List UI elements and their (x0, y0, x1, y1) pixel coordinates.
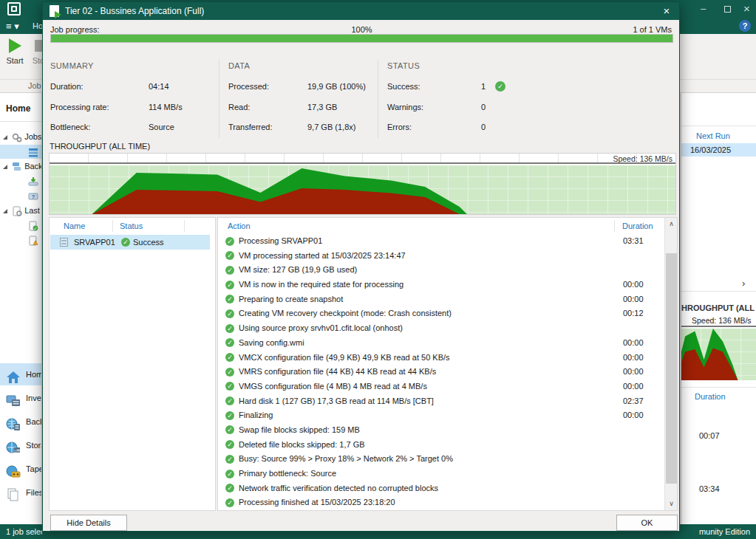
maximize-button[interactable] (724, 5, 731, 14)
action-text: Processing SRVAPP01 (239, 234, 322, 249)
tree-item-success-sessions[interactable]: ✓ (0, 219, 42, 233)
nav-storage-infrastructure[interactable]: Storage Infrastructure (0, 434, 42, 456)
action-row[interactable]: Processing SRVAPP01 03:31 (219, 234, 665, 249)
tree-item-selected-job[interactable] (0, 145, 42, 159)
mini-speed-band: Speed: 136 MB/s (681, 316, 756, 327)
action-row[interactable]: VMRS configuration file (44 KB) 44 KB re… (219, 365, 665, 380)
vm-col-status[interactable]: Status (120, 218, 143, 234)
vm-table: Name Status SRVAPP01 Success (49, 217, 216, 511)
nav-label: Inventory (26, 394, 42, 402)
action-success-icon (225, 237, 234, 246)
start-label: Start (2, 56, 27, 65)
mini-speed-label: Speed: 136 MB/s (692, 316, 752, 325)
hamburger-menu-icon[interactable]: ≡ ▾ (6, 21, 19, 32)
summary-bottleneck-label: Bottleneck: (50, 123, 90, 131)
scrollbar-thumb[interactable] (666, 253, 677, 484)
expander-icon[interactable] (3, 209, 7, 213)
nav-backup-infrastructure[interactable]: Backup Infrastructure (0, 411, 42, 433)
success-check-icon (495, 81, 505, 92)
action-success-icon (225, 498, 234, 507)
chart-plot-area (50, 165, 675, 214)
vm-col-name[interactable]: Name (64, 218, 85, 234)
action-row[interactable]: Processing finished at 15/03/2025 23:18:… (219, 495, 665, 510)
action-text: Swap file blocks skipped: 159 MB (239, 423, 360, 438)
duration-value-2: 03:34 (699, 484, 720, 493)
action-col-header[interactable]: Action (228, 218, 251, 234)
action-text: VMCX configuration file (49,9 KB) 49,9 K… (239, 351, 450, 365)
svg-text:?: ? (32, 193, 35, 200)
nav-home[interactable]: Home (0, 363, 42, 385)
action-row[interactable]: VMCX configuration file (49,9 KB) 49,9 K… (219, 351, 665, 365)
action-row[interactable]: Using source proxy srvhv01.cfit.local (o… (219, 321, 665, 336)
action-list-scrollbar[interactable]: ∧ ∨ (664, 218, 677, 510)
action-text: VM processing started at 15/03/2025 23:1… (239, 249, 406, 264)
action-duration: 03:31 (623, 234, 644, 249)
job-list-icon (28, 147, 38, 157)
duration-column-header[interactable]: Duration (695, 392, 726, 401)
action-success-icon (225, 295, 234, 303)
status-errors-value: 0 (481, 123, 486, 131)
action-success-icon (225, 440, 234, 449)
report-gear-icon (12, 206, 22, 216)
action-text: Processing finished at 15/03/2025 23:18:… (239, 495, 395, 510)
data-header: DATA (228, 61, 250, 70)
help-icon[interactable]: ? (739, 20, 751, 32)
mini-throughput-chart (681, 329, 756, 380)
dialog-close-button[interactable]: × (658, 4, 675, 18)
dialog-titlebar[interactable]: Tier 02 - Bussines Application (Full) × (43, 2, 679, 20)
action-row[interactable]: VM processing started at 15/03/2025 23:1… (219, 249, 665, 264)
minimize-button[interactable]: – (701, 0, 706, 18)
action-success-icon (225, 281, 234, 289)
action-row[interactable]: VMGS configuration file (4 MB) 4 MB read… (219, 380, 665, 394)
ok-button[interactable]: OK (616, 515, 678, 531)
vm-status: Success (133, 235, 164, 250)
tree-item-disk[interactable] (0, 174, 42, 188)
tree-item-backups[interactable]: Backups (0, 159, 42, 174)
action-row[interactable]: Finalizing 00:00 (219, 408, 665, 423)
home-icon (6, 371, 21, 384)
action-text: Using source proxy srvhv01.cfit.local (o… (239, 321, 403, 336)
action-row[interactable]: Preparing to create snapshot 00:00 (219, 292, 665, 307)
nav-tape-infrastructure[interactable]: Tape Infrastructure (0, 458, 42, 480)
hide-details-button[interactable]: Hide Details (50, 515, 127, 531)
vm-table-row[interactable]: SRVAPP01 Success (50, 235, 210, 250)
action-row[interactable]: Busy: Source 99% > Proxy 18% > Network 2… (219, 452, 665, 467)
action-success-icon (225, 396, 234, 405)
expander-icon[interactable] (3, 165, 7, 169)
scroll-down-icon[interactable]: ∨ (665, 498, 678, 510)
tree-item-disk-copy[interactable]: ? (0, 189, 42, 203)
vm-name: SRVAPP01 (74, 235, 115, 250)
expander-icon[interactable] (3, 135, 7, 140)
job-progress-vms: 1 of 1 VMs (633, 25, 672, 34)
job-progress-fill (51, 35, 672, 42)
duration-col-header[interactable]: Duration (622, 218, 653, 234)
disk-question-icon: ? (28, 191, 38, 202)
nav-files[interactable]: Files (0, 481, 42, 504)
close-window-button[interactable]: × (743, 0, 750, 18)
action-row[interactable]: Swap file blocks skipped: 159 MB (219, 423, 665, 438)
tree-item-warning-sessions[interactable] (0, 233, 42, 247)
action-row[interactable]: Deleted file blocks skipped: 1,7 GB (219, 438, 665, 453)
series-transfer-rate (681, 349, 756, 380)
action-row[interactable]: VM size: 127 GB (19,9 GB used) (219, 263, 665, 278)
tree-item-last24[interactable]: Last 24 Hours (0, 204, 42, 218)
action-row[interactable]: Saving config.wmi 00:00 (219, 336, 665, 351)
maximize-icon (724, 6, 731, 13)
summary-rate-label: Processing rate: (50, 103, 109, 111)
action-duration: 00:00 (623, 365, 644, 380)
vm-icon (60, 238, 68, 247)
job-row-next-run[interactable]: 16/03/2025 (681, 143, 756, 157)
next-run-column-header[interactable]: Next Run (696, 131, 730, 140)
start-button[interactable]: Start (2, 35, 27, 65)
action-duration: 00:00 (623, 292, 644, 307)
scroll-up-icon[interactable]: ∧ (665, 218, 678, 230)
action-row[interactable]: Hard disk 1 (127 GB) 17,3 GB read at 114… (219, 394, 665, 409)
action-row[interactable]: Network traffic verification detected no… (219, 481, 665, 496)
expand-panel-chevron-icon[interactable]: › (742, 278, 745, 289)
action-row[interactable]: Creating VM recovery checkpoint (mode: C… (219, 306, 665, 321)
nav-inventory[interactable]: Inventory (0, 387, 42, 409)
tree-item-jobs[interactable]: Jobs (0, 130, 42, 144)
action-text: Network traffic verification detected no… (239, 481, 438, 496)
action-row[interactable]: Primary bottleneck: Source (219, 467, 665, 481)
action-row[interactable]: VM is now in the required state for proc… (219, 278, 665, 292)
